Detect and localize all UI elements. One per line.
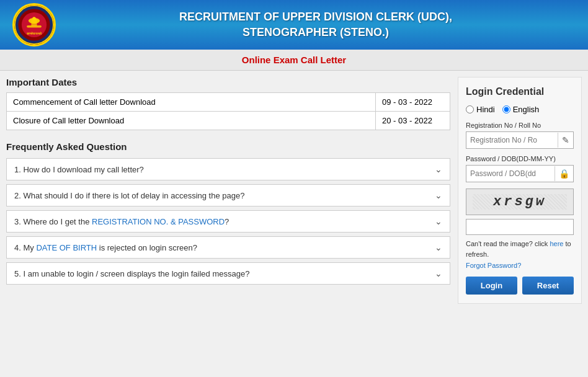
- faq-chevron-5: ⌄: [435, 268, 442, 278]
- reset-button[interactable]: Reset: [522, 277, 574, 295]
- emblem-svg: सत्यमेव जयते: [14, 3, 54, 47]
- left-panel: Important Dates Commencement of Call let…: [6, 77, 458, 288]
- registration-input[interactable]: [466, 132, 558, 148]
- password-input[interactable]: [466, 166, 555, 182]
- reg-input-group: ✎: [466, 131, 574, 149]
- captcha-input[interactable]: [466, 220, 573, 234]
- faq-question-1: 1. How do I download my call letter?: [14, 165, 144, 174]
- faq-question-4: 4. My DATE OF BIRTH is rejected on login…: [14, 243, 197, 252]
- edit-icon[interactable]: ✎: [558, 133, 573, 148]
- svg-text:सत्यमेव जयते: सत्यमेव जयते: [26, 32, 42, 35]
- banner-text: Online Exam Call Letter: [242, 55, 346, 65]
- pass-field-label: Password / DOB(DD-MM-YY): [466, 155, 574, 162]
- login-title: Login Credential: [466, 86, 574, 97]
- banner: Online Exam Call Letter: [0, 50, 588, 71]
- header: सत्यमेव जयते RECRUITMENT OF UPPER DIVISI…: [0, 0, 588, 50]
- reg-field-label: Registration No / Roll No: [466, 122, 574, 129]
- date-value-2: 20 - 03 - 2022: [376, 112, 450, 130]
- faq-highlight-3: REGISTRATION NO. & PASSWORD: [92, 217, 225, 226]
- faq-chevron-1: ⌄: [435, 164, 442, 174]
- login-button[interactable]: Login: [466, 277, 517, 295]
- table-row: Closure of Call letter Download 20 - 03 …: [7, 112, 450, 130]
- pass-input-group: 🔒: [466, 165, 574, 182]
- dates-table: Commencement of Call letter Download 09 …: [6, 92, 450, 130]
- forgot-password-link[interactable]: Forgot Password?: [466, 262, 574, 269]
- organization-logo: सत्यमेव जयते: [12, 3, 56, 47]
- faq-highlight-4: DATE OF BIRTH: [36, 243, 97, 252]
- faq-chevron-3: ⌄: [435, 216, 442, 226]
- faq-title: Frequently Asked Question: [6, 141, 450, 152]
- date-label-2: Closure of Call letter Download: [7, 112, 376, 130]
- faq-question-5: 5. I am unable to login / screen display…: [14, 269, 249, 278]
- language-english-radio[interactable]: [502, 105, 510, 113]
- faq-question-2: 2. What should I do if there is lot of d…: [14, 191, 244, 200]
- faq-item-3[interactable]: 3. Where do I get the REGISTRATION NO. &…: [6, 210, 450, 233]
- language-english-option[interactable]: English: [502, 105, 540, 114]
- captcha-text: xrsgw: [473, 194, 567, 210]
- refresh-captcha-link[interactable]: here: [550, 240, 563, 247]
- cant-read-prefix: Can't read the image? click: [466, 240, 548, 247]
- important-dates-title: Important Dates: [6, 77, 450, 87]
- button-row: Login Reset: [466, 277, 574, 295]
- faq-chevron-4: ⌄: [435, 242, 442, 252]
- svg-point-5: [32, 17, 35, 20]
- language-selector: Hindi English: [466, 105, 574, 114]
- faq-item-5[interactable]: 5. I am unable to login / screen display…: [6, 262, 450, 285]
- date-value-1: 09 - 03 - 2022: [376, 93, 450, 112]
- header-title-line2: STENOGRAPHER (STENO.): [243, 26, 389, 38]
- faq-item-4[interactable]: 4. My DATE OF BIRTH is rejected on login…: [6, 236, 450, 259]
- captcha-input-group: [466, 219, 574, 235]
- cant-read-text: Can't read the image? click here to refr…: [466, 239, 574, 259]
- language-english-label: English: [513, 105, 540, 114]
- header-title-line1: RECRUITMENT OF UPPER DIVISION CLERK (UDC…: [179, 11, 452, 23]
- header-title: RECRUITMENT OF UPPER DIVISION CLERK (UDC…: [56, 9, 576, 40]
- language-hindi-radio[interactable]: [466, 105, 474, 113]
- date-label-1: Commencement of Call letter Download: [7, 93, 376, 112]
- language-hindi-option[interactable]: Hindi: [466, 105, 495, 114]
- captcha-container: xrsgw: [466, 188, 574, 215]
- faq-question-3: 3. Where do I get the REGISTRATION NO. &…: [14, 217, 229, 226]
- language-hindi-label: Hindi: [476, 105, 495, 114]
- faq-chevron-2: ⌄: [435, 190, 442, 200]
- faq-item-1[interactable]: 1. How do I download my call letter? ⌄: [6, 158, 450, 180]
- main-layout: Important Dates Commencement of Call let…: [0, 71, 588, 310]
- table-row: Commencement of Call letter Download 09 …: [7, 93, 450, 112]
- login-panel: Login Credential Hindi English Registrat…: [458, 77, 582, 304]
- svg-rect-6: [27, 25, 42, 28]
- faq-item-2[interactable]: 2. What should I do if there is lot of d…: [6, 184, 450, 206]
- lock-icon[interactable]: 🔒: [555, 166, 573, 181]
